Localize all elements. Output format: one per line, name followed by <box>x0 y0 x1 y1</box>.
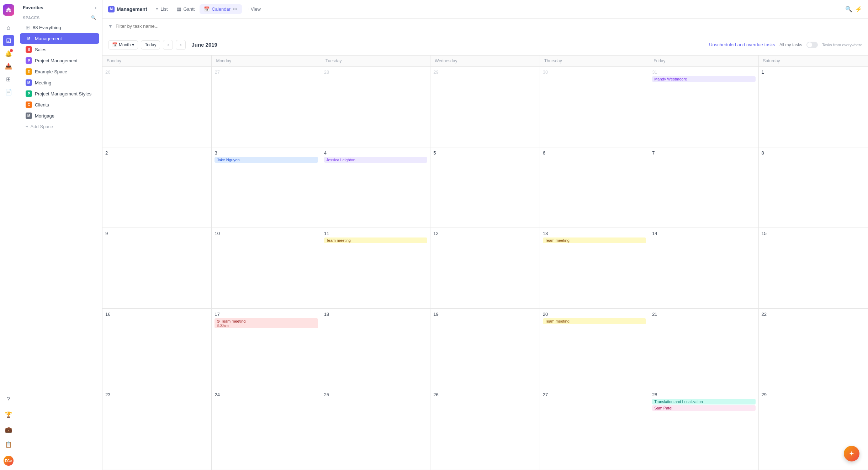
cal-cell-1-5[interactable]: 7 <box>649 147 758 228</box>
sidebar-item-example-space[interactable]: E Example Space <box>20 66 99 77</box>
calendar-event[interactable]: Sam Patel <box>652 405 755 411</box>
cal-cell-1-2[interactable]: 4Jessica Leighton <box>321 147 430 228</box>
unscheduled-link[interactable]: Unscheduled and overdue tasks <box>709 42 775 47</box>
calendar-event[interactable]: Translation and Localization <box>652 399 755 404</box>
calendar-event[interactable]: Jessica Leighton <box>324 157 427 163</box>
help-icon[interactable]: ? <box>3 394 14 405</box>
next-month-button[interactable]: › <box>176 40 186 50</box>
prev-month-button[interactable]: ‹ <box>163 40 173 50</box>
add-task-fab[interactable]: + <box>844 446 859 461</box>
lightning-icon[interactable]: ⚡ <box>855 6 862 12</box>
nav-right: 🔍 ⚡ <box>845 6 862 12</box>
collapse-icon[interactable]: ‹ <box>95 5 96 10</box>
cal-cell-1-3[interactable]: 5 <box>430 147 540 228</box>
cal-cell-3-0[interactable]: 16 <box>102 309 212 389</box>
notifications-icon[interactable]: 🔔 <box>3 48 14 59</box>
calendar-event[interactable]: Team meeting <box>324 237 427 243</box>
sidebar-item-clients[interactable]: C Clients <box>20 99 99 110</box>
calendar-event[interactable]: Mandy Westmoore <box>652 76 755 82</box>
cal-cell-3-5[interactable]: 21 <box>649 309 758 389</box>
sidebar-item-project-mgmt-styles[interactable]: P Project Management Styles <box>20 88 99 99</box>
add-space-button[interactable]: + Add Space <box>20 122 99 131</box>
search-spaces-icon[interactable]: 🔍 <box>91 15 96 20</box>
day-number: 23 <box>105 392 208 397</box>
calendar-body: 262728293031Mandy Westmoore123Jake Nguye… <box>102 67 868 470</box>
cal-cell-2-3[interactable]: 12 <box>430 228 540 308</box>
goals-icon[interactable]: 🏆 <box>3 409 14 420</box>
day-number: 13 <box>543 231 646 236</box>
cal-cell-0-5[interactable]: 31Mandy Westmoore <box>649 67 758 147</box>
cal-cell-1-0[interactable]: 2 <box>102 147 212 228</box>
calendar-event[interactable]: ⊙ Team meeting8:00am <box>215 318 318 328</box>
day-number: 25 <box>324 392 427 397</box>
tab-list[interactable]: ≡ List <box>152 4 172 14</box>
sidebar-item-meeting[interactable]: M Meeting <box>20 77 99 88</box>
app-logo[interactable] <box>3 4 14 16</box>
cal-cell-1-6[interactable]: 8 <box>759 147 868 228</box>
cal-cell-4-5[interactable]: 28Translation and LocalizationSam Patel <box>649 389 758 470</box>
cal-cell-2-4[interactable]: 13Team meeting <box>540 228 649 308</box>
cal-cell-3-4[interactable]: 20Team meeting <box>540 309 649 389</box>
calendar-day-headers: SundayMondayTuesdayWednesdayThursdayFrid… <box>102 56 868 67</box>
user-avatar[interactable]: ECD <box>4 456 14 466</box>
calendar-options-icon[interactable]: ••• <box>233 6 238 12</box>
home-icon[interactable]: ⌂ <box>3 22 14 33</box>
add-view-button[interactable]: + View <box>243 4 265 14</box>
cal-cell-0-2[interactable]: 28 <box>321 67 430 147</box>
cal-cell-2-6[interactable]: 15 <box>759 228 868 308</box>
cal-cell-0-6[interactable]: 1 <box>759 67 868 147</box>
inbox-icon[interactable]: 📥 <box>3 61 14 72</box>
sidebar-item-project-management[interactable]: P Project Management <box>20 55 99 66</box>
tab-gantt-label: Gantt <box>183 6 195 12</box>
day-number: 12 <box>433 231 536 236</box>
day-number: 29 <box>762 392 865 397</box>
cal-cell-3-6[interactable]: 22 <box>759 309 868 389</box>
cal-cell-0-1[interactable]: 27 <box>212 67 321 147</box>
calendar-right-controls: Unscheduled and overdue tasks All my tas… <box>709 42 862 48</box>
sidebar-item-sales[interactable]: S Sales <box>20 44 99 55</box>
cal-cell-4-3[interactable]: 26 <box>430 389 540 470</box>
calendar-event[interactable]: Team meeting <box>543 237 646 243</box>
today-button[interactable]: Today <box>141 40 160 49</box>
calendar-small-icon: 📅 <box>112 42 117 47</box>
cal-cell-4-1[interactable]: 24 <box>212 389 321 470</box>
everything-label: 88 Everything <box>33 25 61 30</box>
filter-input[interactable] <box>116 24 862 29</box>
dashboard-icon[interactable]: ⊞ <box>3 73 14 85</box>
day-number: 14 <box>652 231 755 236</box>
portfolio-icon[interactable]: 💼 <box>3 424 14 435</box>
calendar-event[interactable]: Jake Nguyen <box>215 157 318 163</box>
sidebar-item-mortgage[interactable]: M Mortgage <box>20 110 99 121</box>
cal-cell-2-5[interactable]: 14 <box>649 228 758 308</box>
docs-icon[interactable]: 📄 <box>3 86 14 98</box>
notepad-icon[interactable]: 📋 <box>3 439 14 450</box>
calendar-event[interactable]: Team meeting <box>543 318 646 324</box>
tab-calendar[interactable]: 📅 Calendar ••• <box>200 4 242 14</box>
cal-cell-0-3[interactable]: 29 <box>430 67 540 147</box>
cal-cell-4-4[interactable]: 27 <box>540 389 649 470</box>
month-view-button[interactable]: 📅 Month ▾ <box>108 40 138 49</box>
cal-cell-0-4[interactable]: 30 <box>540 67 649 147</box>
space-label-project-management: Project Management <box>35 58 78 63</box>
tasks-icon[interactable]: ☑ <box>3 35 14 46</box>
cal-cell-3-1[interactable]: 17⊙ Team meeting8:00am <box>212 309 321 389</box>
filter-icon[interactable]: ▼ <box>108 24 113 29</box>
everything-item[interactable]: ⊞ 88 Everything <box>20 22 99 32</box>
cal-cell-1-4[interactable]: 6 <box>540 147 649 228</box>
cal-cell-2-2[interactable]: 11Team meeting <box>321 228 430 308</box>
cal-cell-2-0[interactable]: 9 <box>102 228 212 308</box>
cal-cell-0-0[interactable]: 26 <box>102 67 212 147</box>
cal-cell-1-1[interactable]: 3Jake Nguyen <box>212 147 321 228</box>
all-my-tasks-toggle[interactable] <box>806 42 818 48</box>
cal-cell-3-2[interactable]: 18 <box>321 309 430 389</box>
cal-cell-4-0[interactable]: 23 <box>102 389 212 470</box>
filter-bar: ▼ <box>102 19 868 34</box>
sidebar-item-management[interactable]: M Management <box>20 33 99 44</box>
top-nav: M Management ≡ List ▦ Gantt 📅 Calendar •… <box>102 0 868 19</box>
cal-cell-2-1[interactable]: 10 <box>212 228 321 308</box>
tab-gantt[interactable]: ▦ Gantt <box>173 4 199 14</box>
search-icon[interactable]: 🔍 <box>845 6 852 12</box>
space-icon-sales: S <box>26 46 32 53</box>
cal-cell-4-2[interactable]: 25 <box>321 389 430 470</box>
cal-cell-3-3[interactable]: 19 <box>430 309 540 389</box>
